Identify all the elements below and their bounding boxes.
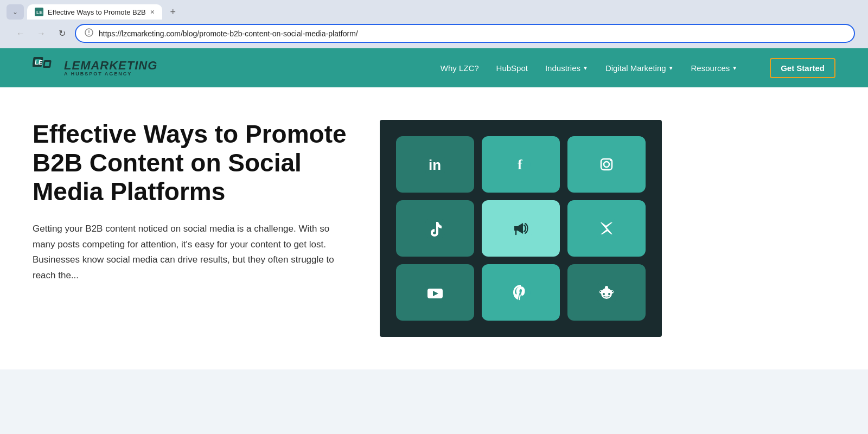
instagram-icon (595, 152, 618, 176)
tiktok-icon (423, 216, 447, 240)
nav-why-lzc[interactable]: Why LZC? (441, 63, 479, 73)
digital-marketing-chevron-icon: ▼ (668, 65, 674, 71)
megaphone-icon (509, 216, 533, 240)
youtube-icon-box (396, 264, 474, 321)
x-twitter-icon (595, 216, 618, 240)
logo-subtitle: A HubSpot Agency (64, 72, 157, 76)
get-started-button[interactable]: Get Started (770, 58, 835, 78)
svg-point-29 (603, 293, 605, 295)
active-tab[interactable]: LE Effective Ways to Promote B2B × (27, 4, 162, 20)
youtube-icon (423, 280, 447, 304)
forward-button[interactable]: → (34, 26, 49, 41)
tab-close-button[interactable]: × (150, 8, 155, 16)
svg-text:f: f (518, 157, 522, 173)
svg-point-4 (88, 34, 90, 35)
facebook-icon-box: f (482, 136, 560, 193)
address-bar-row: ← → ↻ https://lzcmarketing.com/blog/prom… (7, 20, 861, 48)
navbar: LE LEMARKETING A HubSpot Agency Why LZC?… (0, 48, 868, 87)
nav-hubspot[interactable]: HubSpot (496, 63, 528, 73)
instagram-icon-box (567, 136, 646, 193)
svg-text:LE: LE (36, 10, 43, 15)
tab-bar: ⌄ LE Effective Ways to Promote B2B × + (7, 4, 861, 20)
svg-point-36 (600, 291, 601, 292)
browser-chrome: ⌄ LE Effective Ways to Promote B2B × + ←… (0, 0, 868, 48)
pinterest-icon-box (482, 264, 560, 321)
website: LE LEMARKETING A HubSpot Agency Why LZC?… (0, 48, 868, 369)
facebook-icon: f (509, 152, 533, 176)
nav-digital-marketing[interactable]: Digital Marketing ▼ (605, 63, 674, 73)
industries-chevron-icon: ▼ (583, 65, 588, 71)
svg-text:LE: LE (35, 59, 43, 66)
svg-text:in: in (429, 157, 441, 173)
logo[interactable]: LE LEMARKETING A HubSpot Agency (33, 56, 157, 80)
new-tab-button[interactable]: + (165, 4, 181, 20)
article-excerpt: Getting your B2B content noticed on soci… (33, 221, 347, 284)
nav-resources[interactable]: Resources ▼ (691, 63, 738, 73)
pinterest-icon (509, 280, 533, 304)
tab-favicon: LE (35, 8, 43, 16)
tiktok-icon-box (396, 200, 474, 257)
svg-rect-9 (44, 62, 49, 66)
svg-point-33 (610, 290, 614, 293)
reload-button[interactable]: ↻ (54, 26, 69, 41)
main-content: Effective Ways to Promote B2B Content on… (0, 87, 868, 369)
resources-chevron-icon: ▼ (732, 65, 737, 71)
svg-point-30 (608, 293, 610, 295)
svg-point-17 (610, 159, 612, 161)
address-bar[interactable]: https://lzcmarketing.com/blog/promote-b2… (75, 24, 855, 43)
svg-point-34 (599, 290, 603, 293)
nav-links: Why LZC? HubSpot Industries ▼ Digital Ma… (441, 58, 835, 78)
svg-point-31 (605, 286, 608, 289)
svg-point-35 (612, 291, 613, 292)
linkedin-icon-box: in (396, 136, 474, 193)
linkedin-icon: in (423, 152, 447, 176)
logo-icon: LE (33, 56, 60, 80)
article-title: Effective Ways to Promote B2B Content on… (33, 120, 347, 206)
logo-text: LEMARKETING A HubSpot Agency (64, 60, 157, 76)
svg-rect-14 (597, 155, 616, 174)
x-twitter-icon-box (567, 200, 646, 257)
reddit-icon-box (567, 264, 646, 321)
reddit-icon (595, 280, 618, 304)
url-text[interactable]: https://lzcmarketing.com/blog/promote-b2… (99, 29, 358, 38)
nav-industries[interactable]: Industries ▼ (545, 63, 588, 73)
address-security-icon (85, 28, 93, 39)
megaphone-icon-box (482, 200, 560, 257)
article-text: Effective Ways to Promote B2B Content on… (33, 120, 347, 284)
logo-name: LEMARKETING (64, 60, 157, 72)
tab-title: Effective Ways to Promote B2B (48, 8, 146, 16)
tab-dropdown-button[interactable]: ⌄ (7, 4, 24, 20)
social-media-grid: in f (380, 120, 662, 337)
back-button[interactable]: ← (13, 26, 28, 41)
